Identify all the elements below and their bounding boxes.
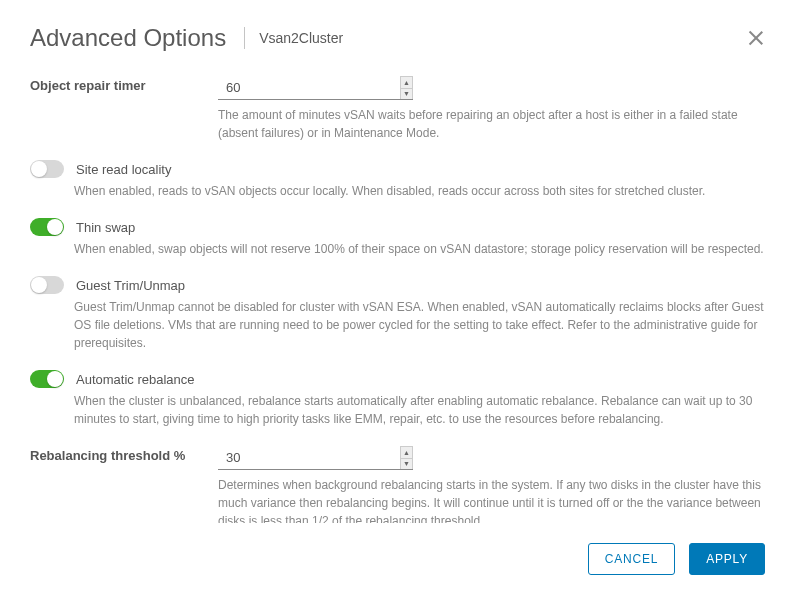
site-read-locality-desc: When enabled, reads to vSAN objects occu… [74, 182, 765, 200]
advanced-options-dialog: Advanced Options Vsan2Cluster Object rep… [0, 0, 795, 595]
guest-trim-row: Guest Trim/Unmap Guest Trim/Unmap cannot… [30, 276, 765, 352]
guest-trim-label: Guest Trim/Unmap [76, 278, 185, 293]
thin-swap-label: Thin swap [76, 220, 135, 235]
guest-trim-toggle[interactable] [30, 276, 64, 294]
object-repair-spinner[interactable]: ▲ ▼ [218, 76, 413, 100]
stepper-up-icon[interactable]: ▲ [401, 77, 412, 89]
auto-rebalance-desc: When the cluster is unbalanced, rebalanc… [74, 392, 765, 428]
dialog-title: Advanced Options [30, 24, 226, 52]
rebalance-threshold-desc: Determines when background rebalancing s… [218, 476, 765, 523]
auto-rebalance-toggle[interactable] [30, 370, 64, 388]
auto-rebalance-label: Automatic rebalance [76, 372, 195, 387]
cancel-button[interactable]: CANCEL [588, 543, 675, 575]
rebalance-threshold-spinner[interactable]: ▲ ▼ [218, 446, 413, 470]
guest-trim-desc: Guest Trim/Unmap cannot be disabled for … [74, 298, 765, 352]
stepper-down-icon[interactable]: ▼ [401, 459, 412, 470]
header-divider [244, 27, 245, 49]
object-repair-label: Object repair timer [30, 78, 146, 93]
rebalance-threshold-label: Rebalancing threshold % [30, 448, 185, 463]
close-icon[interactable] [747, 29, 765, 47]
object-repair-row: Object repair timer ▲ ▼ The amount of mi… [30, 76, 765, 142]
site-read-locality-toggle[interactable] [30, 160, 64, 178]
stepper-down-icon[interactable]: ▼ [401, 89, 412, 100]
object-repair-desc: The amount of minutes vSAN waits before … [218, 106, 765, 142]
stepper-buttons: ▲ ▼ [400, 76, 413, 99]
cluster-name: Vsan2Cluster [259, 30, 343, 46]
apply-button[interactable]: APPLY [689, 543, 765, 575]
site-read-locality-row: Site read locality When enabled, reads t… [30, 160, 765, 200]
auto-rebalance-row: Automatic rebalance When the cluster is … [30, 370, 765, 428]
thin-swap-row: Thin swap When enabled, swap objects wil… [30, 218, 765, 258]
dialog-header: Advanced Options Vsan2Cluster [30, 24, 765, 52]
stepper-up-icon[interactable]: ▲ [401, 447, 412, 459]
rebalance-threshold-input[interactable] [218, 446, 400, 469]
thin-swap-toggle[interactable] [30, 218, 64, 236]
site-read-locality-label: Site read locality [76, 162, 171, 177]
dialog-content: Object repair timer ▲ ▼ The amount of mi… [30, 76, 765, 523]
object-repair-input[interactable] [218, 76, 400, 99]
stepper-buttons: ▲ ▼ [400, 446, 413, 469]
dialog-footer: CANCEL APPLY [30, 523, 765, 575]
rebalance-threshold-row: Rebalancing threshold % ▲ ▼ Determines w… [30, 446, 765, 523]
thin-swap-desc: When enabled, swap objects will not rese… [74, 240, 765, 258]
